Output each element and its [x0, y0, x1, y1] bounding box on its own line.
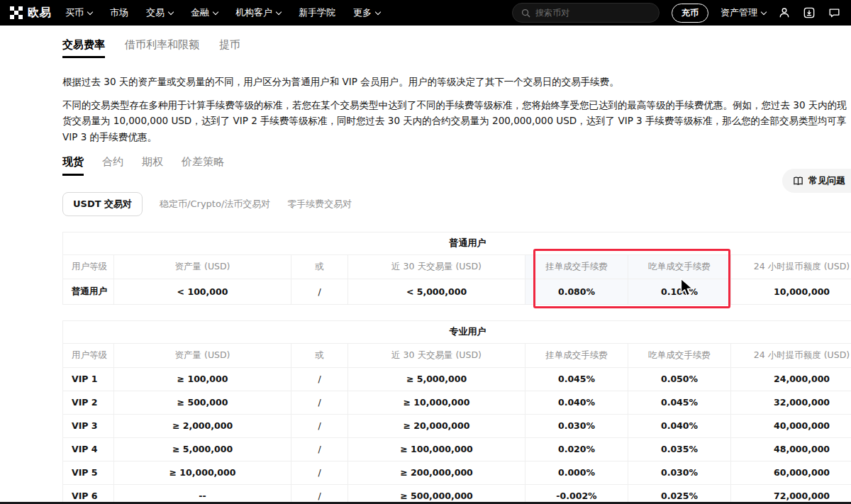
table-cell: / — [291, 461, 348, 484]
column-header: 资产量 (USD) — [114, 343, 291, 367]
top-nav: 欧易 买币市场交易金融机构客户新手学院更多 搜索币对 充币 资产管理 — [0, 0, 851, 26]
page-tabs: 交易费率借币利率和限额提币 — [62, 38, 851, 58]
faq-book-icon — [793, 176, 803, 186]
assets-menu-label: 资产管理 — [721, 6, 757, 19]
pro-user-fee-table: 专业用户用户等级资产量 (USD)或近 30 天交易量 (USD)挂单成交手续费… — [62, 320, 851, 504]
search-icon — [521, 9, 530, 18]
table-cell: / — [291, 279, 348, 304]
chevron-down-icon — [87, 9, 93, 15]
table-cell: / — [291, 484, 348, 504]
table-cell: < 100,000 — [114, 279, 291, 304]
nav-item-3[interactable]: 金融 — [191, 6, 218, 19]
nav-item-label: 新手学院 — [299, 6, 335, 19]
nav-item-5[interactable]: 新手学院 — [299, 6, 335, 19]
okx-logo[interactable]: 欧易 — [10, 6, 51, 21]
nav-item-2[interactable]: 交易 — [146, 6, 173, 19]
table-cell: 0.030% — [525, 414, 628, 437]
table-cell: VIP 5 — [63, 461, 114, 484]
chevron-down-icon — [213, 9, 218, 15]
column-header: 挂单成交手续费 — [525, 254, 628, 279]
table-cell: -- — [114, 484, 291, 504]
normal-user-fee-table: 普通用户用户等级资产量 (USD)或近 30 天交易量 (USD)挂单成交手续费… — [62, 232, 851, 305]
column-header: 用户等级 — [63, 254, 114, 279]
profile-button[interactable] — [778, 6, 791, 19]
column-header: 或 — [291, 254, 348, 279]
assets-menu[interactable]: 资产管理 — [721, 6, 766, 19]
user-icon — [778, 6, 791, 19]
table-cell: VIP 3 — [63, 414, 114, 437]
table-section-title: 普通用户 — [63, 232, 851, 254]
table-row: VIP 2≥ 500,000/≥ 10,000,0000.040%0.045%3… — [63, 391, 851, 414]
table-cell: 普通用户 — [63, 279, 114, 304]
page-tab-0[interactable]: 交易费率 — [62, 38, 105, 58]
table-cell: / — [291, 367, 348, 391]
support-chat-button[interactable] — [828, 6, 841, 19]
market-tabs: 现货合约期权价差策略 — [62, 155, 851, 176]
table-cell: ≥ 5,000,000 — [114, 437, 291, 461]
market-tab-2[interactable]: 期权 — [142, 155, 163, 176]
table-cell: 48,000,000 — [731, 437, 851, 461]
table-cell: -0.002% — [525, 484, 628, 504]
intro-paragraph-2: 不同的交易类型存在多种用于计算手续费等级的标准，若您在某个交易类型中达到了不同的… — [62, 97, 847, 145]
market-tab-1[interactable]: 合约 — [102, 155, 123, 176]
table-cell: 0.050% — [628, 367, 731, 391]
download-app-button[interactable] — [803, 6, 816, 19]
table-row: VIP 6--/≥ 500,000,000-0.002%0.025%72,000… — [63, 484, 851, 504]
table-cell: 0.020% — [525, 437, 628, 461]
table-row: VIP 1≥ 100,000/≥ 5,000,0000.045%0.050%24… — [63, 367, 851, 391]
market-tab-3[interactable]: 价差策略 — [182, 155, 224, 176]
table-cell: VIP 2 — [63, 391, 114, 414]
table-cell: 60,000,000 — [731, 461, 851, 484]
page-tab-1[interactable]: 借币利率和限额 — [125, 38, 199, 58]
table-cell: 0.025% — [628, 484, 731, 504]
faq-button-label: 常见问题 — [808, 174, 845, 187]
table-cell: VIP 1 — [63, 367, 114, 391]
nav-item-label: 更多 — [353, 6, 372, 19]
column-header: 近 30 天交易量 (USD) — [348, 254, 525, 279]
table-cell: ≥ 10,000,000 — [114, 461, 291, 484]
table-cell: ≥ 20,000,000 — [348, 414, 525, 437]
table-row: VIP 5≥ 10,000,000/≥ 200,000,0000.000%0.0… — [63, 461, 851, 484]
nav-item-1[interactable]: 市场 — [110, 6, 128, 19]
nav-item-0[interactable]: 买币 — [65, 6, 92, 19]
deposit-button[interactable]: 充币 — [672, 4, 708, 23]
column-header: 近 30 天交易量 (USD) — [348, 343, 525, 367]
table-cell: 0.040% — [628, 414, 731, 437]
table-cell: 0.035% — [628, 437, 731, 461]
pair-filter-1[interactable]: 稳定币/Crypto/法币交易对 — [160, 198, 270, 211]
pair-filter-2[interactable]: 零手续费交易对 — [287, 198, 352, 211]
column-header: 用户等级 — [63, 343, 114, 367]
table-cell: 24,000,000 — [731, 367, 851, 391]
table-cell: ≥ 2,000,000 — [114, 414, 291, 437]
search-input[interactable]: 搜索币对 — [512, 3, 660, 23]
table-cell: 40,000,000 — [731, 414, 851, 437]
nav-item-6[interactable]: 更多 — [353, 6, 380, 19]
market-tab-0[interactable]: 现货 — [62, 155, 84, 176]
table-cell: 0.080% — [525, 279, 628, 304]
table-cell: 10,000,000 — [731, 279, 851, 304]
column-header: 吃单成交手续费 — [628, 254, 731, 279]
table-cell: < 5,000,000 — [348, 279, 525, 304]
mouse-cursor — [677, 278, 696, 298]
table-row: VIP 4≥ 5,000,000/≥ 100,000,0000.020%0.03… — [63, 437, 851, 461]
table-cell: 0.000% — [525, 461, 628, 484]
table-section-title: 专业用户 — [63, 320, 851, 343]
faq-button[interactable]: 常见问题 — [782, 169, 851, 193]
column-header: 挂单成交手续费 — [525, 343, 628, 367]
table-cell: VIP 4 — [63, 437, 114, 461]
column-header: 24 小时提币额度 (USD) — [731, 254, 851, 279]
table-cell: ≥ 100,000 — [114, 367, 291, 391]
table-cell: 0.045% — [628, 391, 731, 414]
column-header: 吃单成交手续费 — [628, 343, 731, 367]
nav-menu: 买币市场交易金融机构客户新手学院更多 — [65, 6, 380, 19]
table-cell: ≥ 5,000,000 — [348, 367, 525, 391]
table-row: 普通用户< 100,000/< 5,000,0000.080%0.100%10,… — [63, 279, 851, 304]
chat-icon — [828, 6, 841, 19]
download-icon — [803, 6, 816, 19]
table-row: VIP 3≥ 2,000,000/≥ 20,000,0000.030%0.040… — [63, 414, 851, 437]
page-tab-2[interactable]: 提币 — [219, 38, 240, 58]
nav-item-4[interactable]: 机构客户 — [235, 6, 281, 19]
search-placeholder: 搜索币对 — [535, 7, 569, 19]
column-header: 或 — [291, 343, 348, 367]
pair-filter-0[interactable]: USDT 交易对 — [62, 192, 143, 216]
